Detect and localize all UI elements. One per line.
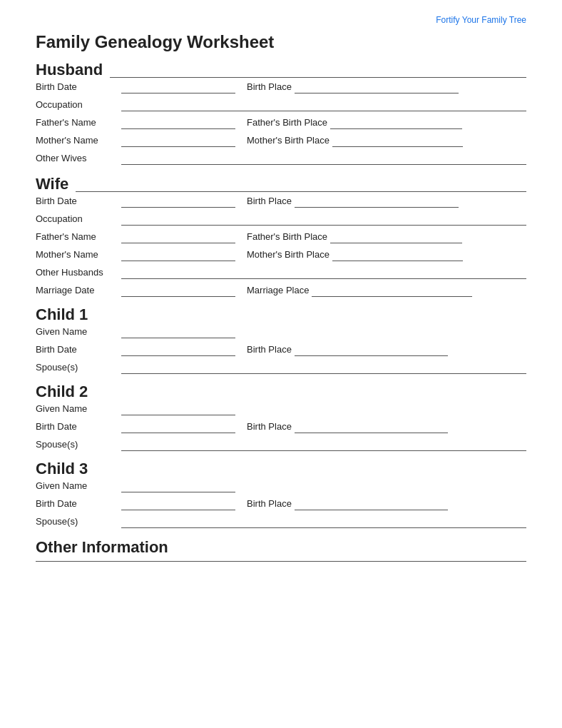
wife-otherhusbands-field[interactable] <box>121 266 526 279</box>
wife-fathername-label: Father's Name <box>36 231 121 243</box>
child2-birthdate-field[interactable] <box>121 420 235 433</box>
child1-givenname-field[interactable] <box>121 325 235 338</box>
child1-birthdate-label: Birth Date <box>36 344 121 356</box>
child3-birthplace-label: Birth Place <box>247 498 292 510</box>
child2-givenname-field[interactable] <box>121 403 235 415</box>
child3-birthdate-row: Birth Date Birth Place <box>36 497 526 510</box>
otherinfo-section-header: Other Information <box>36 540 526 555</box>
wife-fatherbirthplace-label: Father's Birth Place <box>247 231 327 243</box>
husband-birthdate-field[interactable] <box>121 81 235 93</box>
child3-birthplace-field[interactable] <box>295 497 448 510</box>
husband-birthplace-container: Birth Place <box>247 81 459 93</box>
child3-givenname-row: Given Name <box>36 480 526 492</box>
wife-occupation-field[interactable] <box>121 213 526 226</box>
wife-motherbirthplace-field[interactable] <box>332 248 463 261</box>
wife-birthdate-row: Birth Date Birth Place <box>36 195 526 208</box>
child2-birthplace-field[interactable] <box>295 420 448 433</box>
child2-givenname-label: Given Name <box>36 403 121 415</box>
child1-givenname-label: Given Name <box>36 326 121 338</box>
husband-otherwives-row: Other Wives <box>36 152 526 165</box>
wife-fathername-field[interactable] <box>121 231 235 243</box>
wife-marriageplace-field[interactable] <box>312 284 472 297</box>
husband-motherbirthplace-container: Mother's Birth Place <box>247 134 463 147</box>
otherinfo-divider <box>36 561 526 562</box>
husband-mothername-label: Mother's Name <box>36 135 121 147</box>
husband-fathername-field[interactable] <box>121 116 235 129</box>
site-link[interactable]: Fortify Your Family Tree <box>436 15 526 25</box>
husband-fatherbirthplace-container: Father's Birth Place <box>247 116 462 129</box>
wife-marriageplace-label: Marriage Place <box>247 285 309 297</box>
wife-occupation-label: Occupation <box>36 213 121 226</box>
wife-birthdate-field[interactable] <box>121 195 235 208</box>
child3-givenname-label: Given Name <box>36 480 121 492</box>
child2-title: Child 2 <box>36 384 88 400</box>
husband-section-header: Husband <box>36 62 526 78</box>
child2-birthplace-container: Birth Place <box>247 420 448 433</box>
husband-otherwives-label: Other Wives <box>36 153 121 165</box>
wife-fatherbirthplace-field[interactable] <box>330 231 462 243</box>
husband-birthdate-label: Birth Date <box>36 81 121 93</box>
site-link-container: Fortify Your Family Tree <box>36 14 526 25</box>
wife-motherbirthplace-label: Mother's Birth Place <box>247 249 329 261</box>
husband-otherwives-field[interactable] <box>121 152 526 165</box>
wife-birthdate-label: Birth Date <box>36 196 121 208</box>
wife-mothername-label: Mother's Name <box>36 249 121 261</box>
wife-birthplace-field[interactable] <box>295 195 459 208</box>
child1-spouses-label: Spouse(s) <box>36 362 121 374</box>
wife-header-line <box>76 179 526 192</box>
child1-birthplace-label: Birth Place <box>247 344 292 356</box>
wife-marriagedate-field[interactable] <box>121 284 235 297</box>
wife-marriageplace-container: Marriage Place <box>247 284 472 297</box>
husband-birthdate-row: Birth Date Birth Place <box>36 81 526 93</box>
husband-mothername-row: Mother's Name Mother's Birth Place <box>36 134 526 147</box>
wife-title: Wife <box>36 176 68 192</box>
husband-motherbirthplace-field[interactable] <box>332 134 463 147</box>
child2-givenname-row: Given Name <box>36 403 526 415</box>
child3-birthdate-label: Birth Date <box>36 498 121 510</box>
wife-mothername-field[interactable] <box>121 248 235 261</box>
child1-spouses-row: Spouse(s) <box>36 361 526 374</box>
child1-birthdate-field[interactable] <box>121 343 235 356</box>
page-title: Family Genealogy Worksheet <box>36 32 526 52</box>
husband-header-line <box>110 65 526 78</box>
wife-occupation-row: Occupation <box>36 213 526 226</box>
child3-birthdate-field[interactable] <box>121 497 235 510</box>
wife-motherbirthplace-container: Mother's Birth Place <box>247 248 463 261</box>
wife-marriagedate-label: Marriage Date <box>36 285 121 297</box>
child1-section-header: Child 1 <box>36 307 526 323</box>
child2-spouses-field[interactable] <box>121 438 526 451</box>
husband-birthplace-label: Birth Place <box>247 81 292 93</box>
wife-marriagedate-row: Marriage Date Marriage Place <box>36 284 526 297</box>
husband-title: Husband <box>36 62 103 78</box>
child2-birthdate-row: Birth Date Birth Place <box>36 420 526 433</box>
child3-spouses-row: Spouse(s) <box>36 515 526 528</box>
wife-otherhusbands-row: Other Husbands <box>36 266 526 279</box>
child1-birthplace-field[interactable] <box>295 343 448 356</box>
child1-title: Child 1 <box>36 307 88 323</box>
husband-fatherbirthplace-label: Father's Birth Place <box>247 117 327 129</box>
child3-birthplace-container: Birth Place <box>247 497 448 510</box>
husband-fathername-row: Father's Name Father's Birth Place <box>36 116 526 129</box>
husband-fatherbirthplace-field[interactable] <box>330 116 462 129</box>
husband-occupation-row: Occupation <box>36 98 526 111</box>
wife-section-header: Wife <box>36 176 526 192</box>
child2-section-header: Child 2 <box>36 384 526 400</box>
husband-mothername-field[interactable] <box>121 134 235 147</box>
child3-section-header: Child 3 <box>36 461 526 477</box>
child3-spouses-label: Spouse(s) <box>36 516 121 528</box>
husband-birthplace-field[interactable] <box>295 81 459 93</box>
child3-givenname-field[interactable] <box>121 480 235 492</box>
child1-givenname-row: Given Name <box>36 325 526 338</box>
child2-spouses-row: Spouse(s) <box>36 438 526 451</box>
husband-fathername-label: Father's Name <box>36 117 121 129</box>
husband-occupation-field[interactable] <box>121 98 526 111</box>
child2-birthplace-label: Birth Place <box>247 421 292 433</box>
child1-birthdate-row: Birth Date Birth Place <box>36 343 526 356</box>
child3-spouses-field[interactable] <box>121 515 526 528</box>
child1-birthplace-container: Birth Place <box>247 343 448 356</box>
otherinfo-title: Other Information <box>36 540 168 555</box>
wife-birthplace-label: Birth Place <box>247 196 292 208</box>
child2-birthdate-label: Birth Date <box>36 421 121 433</box>
child1-spouses-field[interactable] <box>121 361 526 374</box>
child3-title: Child 3 <box>36 461 88 477</box>
